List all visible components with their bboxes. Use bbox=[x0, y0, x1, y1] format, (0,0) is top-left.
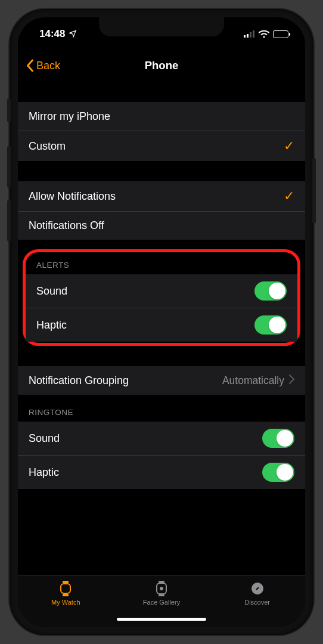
alerts-header: Alerts bbox=[26, 252, 297, 274]
row-label: Sound bbox=[36, 285, 67, 298]
row-label: Allow Notifications bbox=[29, 190, 116, 203]
tab-discover[interactable]: Discover bbox=[210, 581, 305, 606]
mirror-group: Mirror my iPhone Custom ✓ bbox=[18, 102, 305, 161]
notifications-off-row[interactable]: Notifications Off bbox=[18, 211, 305, 240]
grouping-group: Notification Grouping Automatically bbox=[18, 366, 305, 395]
alerts-group: Sound Haptic bbox=[26, 274, 297, 342]
svg-rect-8 bbox=[159, 595, 164, 596]
side-button bbox=[7, 98, 11, 122]
battery-icon bbox=[273, 30, 288, 38]
alerts-highlight: Alerts Sound Haptic bbox=[23, 249, 300, 346]
svg-rect-1 bbox=[247, 34, 249, 38]
svg-rect-3 bbox=[253, 30, 254, 38]
chevron-left-icon bbox=[26, 59, 34, 72]
status-time: 14:48 bbox=[39, 28, 65, 40]
alerts-haptic-row[interactable]: Haptic bbox=[26, 308, 297, 342]
tab-face-gallery[interactable]: Face Gallery bbox=[114, 581, 209, 606]
tab-my-watch[interactable]: My Watch bbox=[18, 581, 113, 606]
alerts-sound-toggle[interactable] bbox=[254, 281, 287, 301]
wifi-icon bbox=[259, 30, 269, 38]
location-icon bbox=[69, 29, 77, 39]
svg-rect-2 bbox=[250, 32, 251, 38]
back-label: Back bbox=[36, 60, 60, 72]
row-label: Haptic bbox=[29, 466, 59, 479]
checkmark-icon: ✓ bbox=[284, 188, 294, 204]
nav-header: Back Phone bbox=[18, 51, 305, 80]
chevron-right-icon bbox=[289, 374, 294, 387]
tab-label: Face Gallery bbox=[143, 599, 180, 606]
row-label: Sound bbox=[29, 432, 60, 445]
row-label: Custom bbox=[29, 140, 66, 153]
tab-label: My Watch bbox=[51, 599, 80, 606]
tab-label: Discover bbox=[244, 599, 270, 606]
row-label: Notifications Off bbox=[29, 219, 104, 232]
face-gallery-icon bbox=[154, 581, 169, 596]
svg-rect-0 bbox=[244, 35, 246, 38]
mirror-iphone-row[interactable]: Mirror my iPhone bbox=[18, 102, 305, 131]
row-label: Haptic bbox=[36, 319, 67, 332]
back-button[interactable]: Back bbox=[26, 59, 60, 72]
checkmark-icon: ✓ bbox=[284, 138, 294, 154]
ringtone-group: Sound Haptic bbox=[18, 422, 305, 489]
notifications-group: Allow Notifications ✓ Notifications Off bbox=[18, 181, 305, 240]
home-indicator[interactable] bbox=[117, 618, 206, 621]
compass-icon bbox=[250, 581, 265, 596]
notch bbox=[99, 17, 224, 36]
custom-row[interactable]: Custom ✓ bbox=[18, 131, 305, 161]
content-area: Mirror my iPhone Custom ✓ Allow Notifica… bbox=[18, 80, 305, 575]
allow-notifications-row[interactable]: Allow Notifications ✓ bbox=[18, 181, 305, 211]
row-label: Notification Grouping bbox=[29, 374, 129, 387]
svg-rect-5 bbox=[63, 594, 69, 596]
ringtone-haptic-toggle[interactable] bbox=[262, 463, 294, 482]
page-title: Phone bbox=[145, 59, 179, 72]
row-label: Mirror my iPhone bbox=[29, 110, 110, 123]
watch-icon bbox=[58, 581, 73, 596]
side-button bbox=[312, 158, 316, 224]
svg-point-10 bbox=[160, 587, 163, 590]
notification-grouping-row[interactable]: Notification Grouping Automatically bbox=[18, 366, 305, 395]
ringtone-header: Ringtone bbox=[18, 395, 305, 422]
svg-rect-6 bbox=[61, 584, 70, 593]
device-frame: 14:48 Back Phone bbox=[10, 9, 313, 635]
side-button bbox=[7, 200, 11, 242]
cellular-icon bbox=[244, 30, 255, 38]
ringtone-sound-row[interactable]: Sound bbox=[18, 422, 305, 455]
grouping-value: Automatically bbox=[222, 374, 284, 387]
svg-rect-4 bbox=[63, 581, 69, 583]
side-button bbox=[7, 146, 11, 188]
ringtone-sound-toggle[interactable] bbox=[262, 429, 294, 448]
svg-rect-7 bbox=[159, 581, 164, 583]
alerts-sound-row[interactable]: Sound bbox=[26, 274, 297, 308]
alerts-haptic-toggle[interactable] bbox=[254, 315, 287, 335]
screen: 14:48 Back Phone bbox=[18, 17, 305, 627]
ringtone-haptic-row[interactable]: Haptic bbox=[18, 455, 305, 489]
